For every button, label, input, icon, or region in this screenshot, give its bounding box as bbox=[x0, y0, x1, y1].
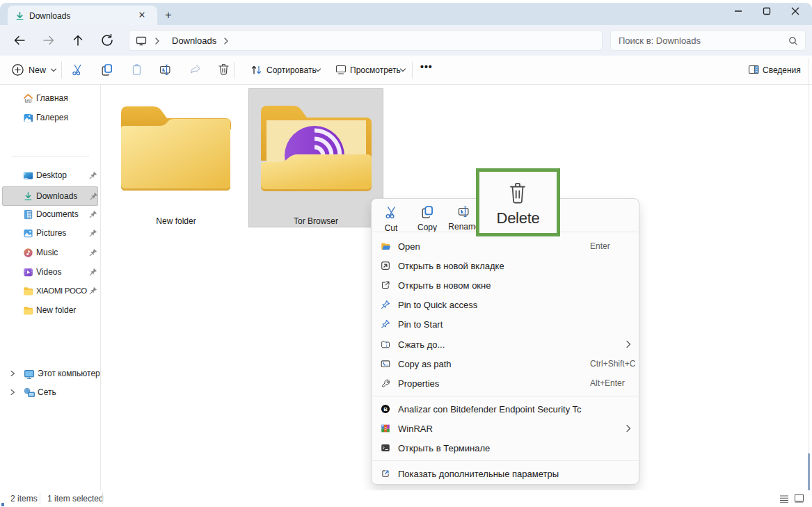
svg-text:B: B bbox=[383, 406, 388, 412]
